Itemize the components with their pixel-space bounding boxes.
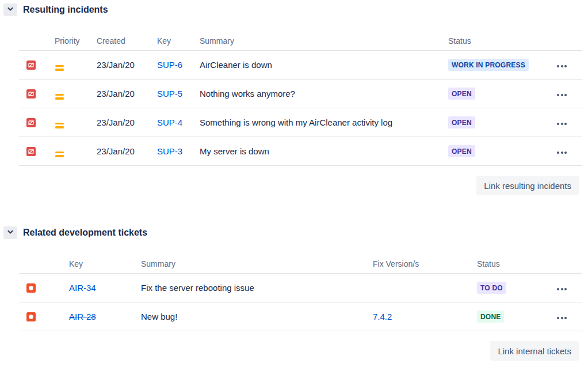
more-options-button[interactable] <box>556 62 568 71</box>
dev-tickets-section-header: Related development tickets <box>3 226 588 239</box>
issue-summary: Fix the server rebooting issue <box>141 283 373 293</box>
link-resulting-incidents-button[interactable]: Link resulting incidents <box>476 176 579 195</box>
medium-priority-icon <box>55 123 64 128</box>
status-badge: WORK IN PROGRESS <box>448 59 529 71</box>
more-options-button[interactable] <box>556 148 568 157</box>
col-priority: Priority <box>55 36 97 46</box>
issue-summary: Nothing works anymore? <box>200 89 448 99</box>
issue-key-link[interactable]: SUP-3 <box>157 146 182 156</box>
status-badge: OPEN <box>448 145 475 157</box>
link-internal-tickets-button[interactable]: Link internal tickets <box>490 341 579 361</box>
issue-summary: Something is wrong with my AirCleaner ac… <box>200 118 448 127</box>
col-status: Status <box>448 36 556 46</box>
more-options-button[interactable] <box>556 90 568 100</box>
incidents-table-header: Priority Created Key Summary Status <box>19 32 582 51</box>
col-key: Key <box>69 259 141 268</box>
incident-icon <box>26 147 36 156</box>
dev-tickets-table-header: Key Summary Fix Version/s Status <box>19 255 582 274</box>
status-badge: DONE <box>477 311 504 323</box>
table-row: 23/Jan/20 SUP-5 Nothing works anymore? O… <box>19 80 582 108</box>
table-row: 23/Jan/20 SUP-4 Something is wrong with … <box>19 108 582 137</box>
issue-key-link[interactable]: AIR-28 <box>69 312 96 321</box>
collapse-dev-tickets-button[interactable] <box>3 226 17 239</box>
col-summary: Summary <box>200 36 448 46</box>
status-badge: TO DO <box>477 282 506 294</box>
col-fix-versions: Fix Version/s <box>373 259 477 268</box>
incidents-table: Priority Created Key Summary Status 23/J… <box>19 32 582 166</box>
medium-priority-icon <box>55 152 64 157</box>
bug-icon <box>26 283 36 293</box>
collapse-incidents-button[interactable] <box>3 3 17 16</box>
issue-key-link[interactable]: SUP-5 <box>157 89 182 99</box>
created-date: 23/Jan/20 <box>97 60 157 70</box>
issue-key-link[interactable]: SUP-4 <box>157 118 182 127</box>
incident-icon <box>26 89 36 99</box>
medium-priority-icon <box>55 65 64 71</box>
more-options-button[interactable] <box>556 119 568 128</box>
more-options-button[interactable] <box>556 313 568 323</box>
issue-key-link[interactable]: AIR-34 <box>69 283 96 293</box>
medium-priority-icon <box>55 94 64 100</box>
issue-key-link[interactable]: SUP-6 <box>157 60 182 70</box>
section-title: Related development tickets <box>23 228 147 238</box>
table-row: 23/Jan/20 SUP-6 AirCleaner is down WORK … <box>19 51 582 80</box>
col-key: Key <box>157 36 200 46</box>
col-summary: Summary <box>141 259 373 268</box>
created-date: 23/Jan/20 <box>97 89 157 99</box>
incidents-section-header: Resulting incidents <box>3 3 588 16</box>
incident-icon <box>26 60 36 70</box>
more-options-button[interactable] <box>556 285 568 294</box>
col-status: Status <box>477 259 556 268</box>
table-row: AIR-28 New bug! 7.4.2 DONE <box>19 302 582 331</box>
table-row: AIR-34 Fix the server rebooting issue TO… <box>19 274 582 302</box>
chevron-down-icon <box>6 5 14 15</box>
issue-summary: New bug! <box>141 312 373 321</box>
created-date: 23/Jan/20 <box>97 118 157 127</box>
status-badge: OPEN <box>448 116 475 128</box>
issue-summary: AirCleaner is down <box>200 60 448 70</box>
fix-version-link[interactable]: 7.4.2 <box>373 312 392 321</box>
status-badge: OPEN <box>448 88 475 100</box>
bug-icon <box>26 312 36 321</box>
table-row: 23/Jan/20 SUP-3 My server is down OPEN <box>19 137 582 166</box>
col-created: Created <box>97 36 157 46</box>
dev-tickets-table: Key Summary Fix Version/s Status AIR-34 … <box>19 255 582 331</box>
section-title: Resulting incidents <box>23 5 108 15</box>
issue-summary: My server is down <box>200 146 448 156</box>
chevron-down-icon <box>6 228 14 238</box>
created-date: 23/Jan/20 <box>97 146 157 156</box>
incident-icon <box>26 118 36 127</box>
